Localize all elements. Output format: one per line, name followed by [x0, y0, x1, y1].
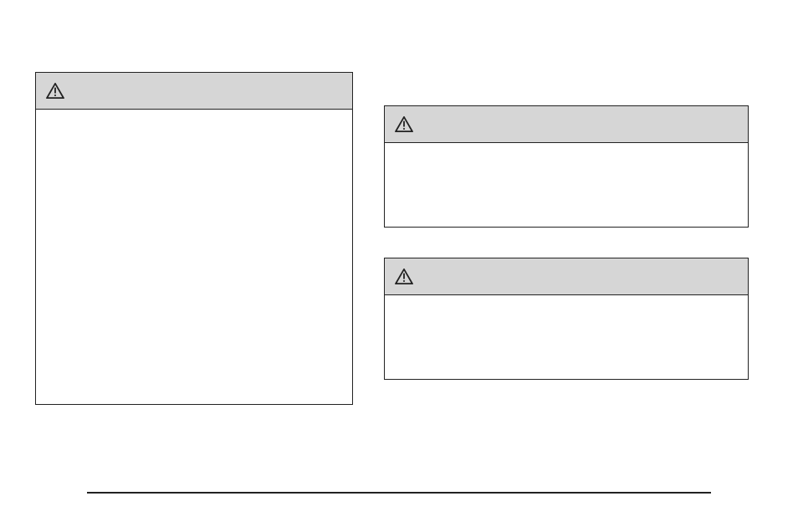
panel-header	[385, 106, 748, 143]
panel-header	[36, 73, 352, 110]
svg-point-1	[54, 94, 56, 95]
warning-panel-top-right	[384, 105, 749, 228]
warning-icon	[395, 269, 413, 285]
warning-panel-large	[35, 72, 353, 405]
panel-header	[385, 258, 748, 295]
svg-point-3	[403, 127, 405, 129]
warning-icon	[46, 83, 64, 100]
panel-body	[385, 295, 748, 312]
warning-icon	[395, 116, 413, 133]
horizontal-divider	[87, 492, 711, 494]
warning-panel-bottom-right	[384, 258, 749, 380]
panel-body	[385, 143, 748, 160]
svg-point-5	[403, 279, 405, 281]
panel-body	[36, 110, 352, 126]
